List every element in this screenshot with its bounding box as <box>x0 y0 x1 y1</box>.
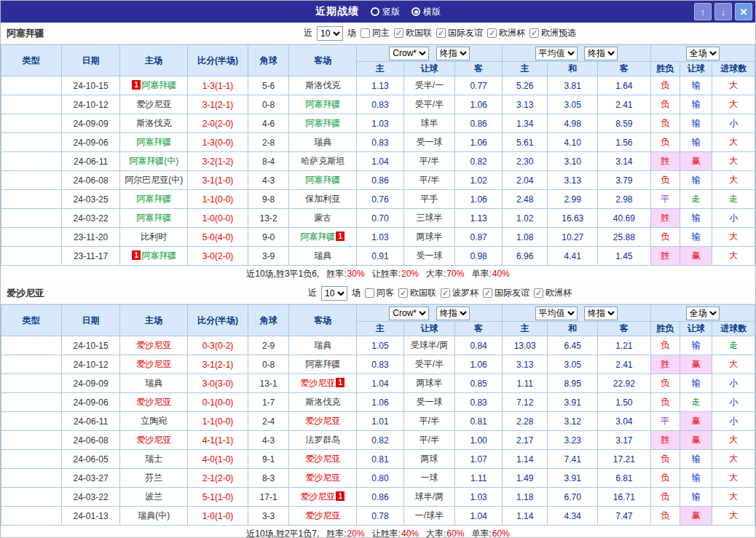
competition-checkbox[interactable]: 国际友谊 <box>483 287 529 299</box>
home-team-name[interactable]: 爱沙尼亚 <box>136 359 171 369</box>
home-team-name[interactable]: 阿塞拜疆(中) <box>129 156 178 166</box>
result-winloss: 负 <box>650 76 680 95</box>
table-row: 欧洲杯 23-11-17 1阿塞拜疆 3-0(2-0) 3-9 瑞典 0.91 … <box>1 247 755 266</box>
home-team-name[interactable]: 爱沙尼亚 <box>136 397 171 407</box>
away-team-name[interactable]: 爱沙尼亚 <box>305 416 340 426</box>
avg-away: 2.41 <box>598 95 651 114</box>
avg-away: 3.04 <box>598 412 651 431</box>
away-team-name[interactable]: 瑞典 <box>314 340 331 350</box>
competition-checkbox[interactable]: 欧洲杯 <box>534 287 572 299</box>
avg-home: 1.18 <box>502 488 548 507</box>
home-team-name[interactable]: 瑞典(中) <box>138 510 170 521</box>
same-venue-checkbox[interactable]: 同客 <box>365 287 394 299</box>
result-winloss: 负 <box>650 171 680 190</box>
home-team-name[interactable]: 爱沙尼亚 <box>136 99 171 109</box>
away-team-name[interactable]: 法罗群岛 <box>305 435 340 445</box>
away-team-name[interactable]: 阿塞拜疆 <box>305 359 340 369</box>
away-team-name[interactable]: 瑞典 <box>314 137 331 147</box>
odds-source-select[interactable]: Crow* <box>389 47 429 60</box>
home-team-name[interactable]: 阿塞拜疆 <box>136 137 171 147</box>
scope-select[interactable]: 全场 <box>686 306 720 320</box>
home-team-name[interactable]: 阿尔巴尼亚(中) <box>125 175 183 185</box>
competition-checkbox[interactable]: 欧国联 <box>398 287 436 299</box>
away-team-cell: 斯洛伐克 <box>289 76 357 95</box>
away-team-name[interactable]: 阿塞拜疆 <box>305 118 340 128</box>
away-team-name[interactable]: 斯洛伐克 <box>305 80 340 90</box>
home-team-name[interactable]: 瑞典 <box>145 378 162 388</box>
home-team-name[interactable]: 爱沙尼亚 <box>136 435 171 445</box>
score: 5-1(1-0) <box>188 488 248 507</box>
match-date: 24-06-11 <box>61 412 120 431</box>
away-team-name[interactable]: 爱沙尼亚 <box>300 378 335 388</box>
result-handicap: 输 <box>680 374 712 393</box>
away-team-name[interactable]: 斯洛伐克 <box>305 397 340 407</box>
odds-source-select[interactable]: Crow* <box>389 306 429 320</box>
col-header-odds-away: 客 <box>455 62 503 76</box>
avg-kind-select[interactable]: 终指 <box>584 306 618 320</box>
table-row: 国际友谊 24-01-13 瑞典(中) 1-0(1-0) 3-3 爱沙尼亚 0.… <box>1 507 755 526</box>
away-team-name[interactable]: 爱沙尼亚 <box>305 454 340 464</box>
home-team-name[interactable]: 比利时 <box>141 232 167 242</box>
away-team-name[interactable]: 爱沙尼亚 <box>305 472 340 483</box>
away-team-name[interactable]: 哈萨克斯坦 <box>301 156 344 166</box>
away-team-name[interactable]: 蒙古 <box>314 213 331 223</box>
avg-source-select[interactable]: 平均值 <box>535 47 578 60</box>
avg-draw: 7.41 <box>548 450 598 469</box>
move-up-button[interactable]: ↑ <box>694 3 712 20</box>
layout-radio-horizontal[interactable]: 横版 <box>412 6 441 18</box>
competition-checkbox[interactable]: 欧国联 <box>394 27 432 39</box>
home-team-name[interactable]: 阿塞拜疆 <box>141 80 176 90</box>
away-team-name[interactable]: 阿塞拜疆 <box>305 99 340 109</box>
result-goals: 大 <box>712 133 755 152</box>
away-team-name[interactable]: 阿塞拜疆 <box>305 175 340 185</box>
avg-source-select[interactable]: 平均值 <box>535 306 578 320</box>
home-team-name[interactable]: 爱沙尼亚 <box>136 340 171 350</box>
odds-kind-select[interactable]: 终指 <box>436 47 470 60</box>
competition-checkbox[interactable]: 欧洲预选 <box>529 27 576 39</box>
same-venue-checkbox[interactable]: 同主 <box>361 27 390 39</box>
checkbox-label: 欧国联 <box>410 287 436 299</box>
layout-radio-vertical[interactable]: 竖版 <box>371 6 400 18</box>
match-count-select[interactable]: 10 <box>321 286 347 301</box>
summary-prefix: 近10场,胜3平1负6, <box>246 268 319 280</box>
home-team-name[interactable]: 芬兰 <box>145 472 162 483</box>
home-team-name[interactable]: 阿塞拜疆 <box>136 213 171 223</box>
away-team-name[interactable]: 阿塞拜疆 <box>300 232 335 242</box>
col-header-odds-home: 主 <box>357 62 404 76</box>
competition-checkbox[interactable]: 波罗杯 <box>441 287 479 299</box>
summary-stat: 大率:70% <box>426 268 464 280</box>
move-down-button[interactable]: ↓ <box>714 3 732 20</box>
result-goals: 大 <box>712 171 755 190</box>
avg-away: 7.47 <box>598 507 651 526</box>
table-row: 波罗杯 24-06-11 立陶宛 1-1(0-0) 2-4 爱沙尼亚 1.01 … <box>1 412 755 431</box>
odds-handicap: 球半/两 <box>403 488 455 507</box>
away-team-name[interactable]: 瑞典 <box>314 250 331 261</box>
avg-home: 1.14 <box>502 507 548 526</box>
result-goals: 小 <box>712 114 755 133</box>
scope-select[interactable]: 全场 <box>686 47 720 60</box>
odds-home: 1.05 <box>357 336 404 355</box>
home-team-name[interactable]: 波兰 <box>145 491 162 502</box>
odds-home: 1.04 <box>357 152 404 171</box>
scope-select-cell: 全场 <box>650 45 755 62</box>
home-team-name[interactable]: 阿塞拜疆 <box>136 194 171 204</box>
away-team-cell: 瑞典 <box>289 247 357 266</box>
away-team-name[interactable]: 爱沙尼亚 <box>305 510 340 521</box>
home-team-name[interactable]: 瑞士 <box>145 454 162 464</box>
away-team-name[interactable]: 爱沙尼亚 <box>300 491 335 502</box>
avg-draw: 4.34 <box>548 507 598 526</box>
score: 3-1(2-1) <box>188 95 248 114</box>
home-team-name[interactable]: 斯洛伐克 <box>136 118 171 128</box>
avg-home: 13.03 <box>502 336 548 355</box>
competition-checkbox[interactable]: 欧洲杯 <box>487 27 525 39</box>
match-count-select[interactable]: 10 <box>317 26 343 41</box>
odds-select-cell: Crow* 终指 <box>357 305 503 322</box>
section-estonia: 爱沙尼亚 近 10 场 同客 欧国联 波罗杯 <box>1 282 755 538</box>
away-team-name[interactable]: 保加利亚 <box>305 194 340 204</box>
home-team-name[interactable]: 阿塞拜疆 <box>141 250 176 261</box>
home-team-name[interactable]: 立陶宛 <box>141 416 167 426</box>
odds-kind-select[interactable]: 终指 <box>436 306 470 320</box>
competition-checkbox[interactable]: 国际友谊 <box>436 27 483 39</box>
avg-kind-select[interactable]: 终指 <box>584 47 618 60</box>
close-button[interactable]: ✕ <box>735 3 752 20</box>
